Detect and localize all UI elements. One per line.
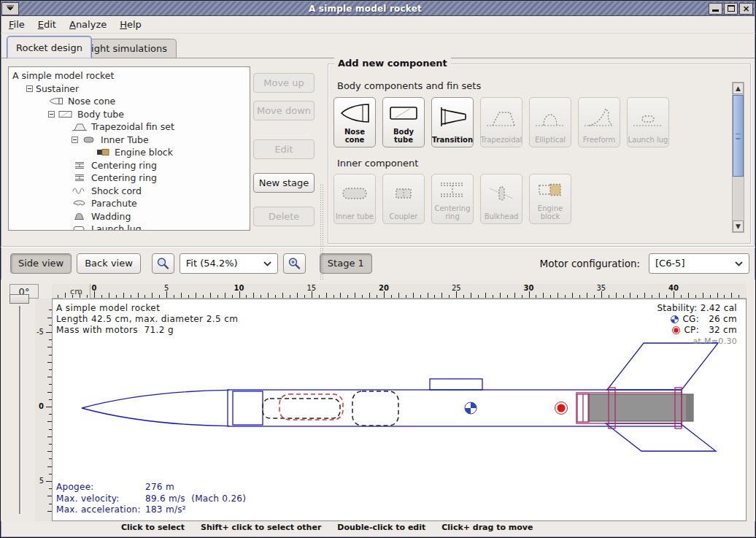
shock-cord-shape[interactable] (263, 399, 340, 418)
ruler-tick (441, 293, 442, 298)
parachute-shape[interactable] (279, 394, 343, 420)
wadding-shape[interactable] (352, 391, 398, 426)
component-button-label: Body tube (383, 128, 424, 144)
scroll-down-button[interactable]: ▼ (733, 220, 744, 232)
ruler-tick (116, 295, 117, 298)
title-bar[interactable]: A simple model rocket × (1, 1, 755, 16)
stage-1-toggle[interactable]: Stage 1 (320, 253, 372, 274)
innertube-icon (81, 135, 97, 145)
tree-item-inner-tube[interactable]: Inner Tube (9, 134, 250, 147)
rotation-slider-handle[interactable] (9, 294, 29, 304)
component-button-coupler: Coupler (382, 174, 425, 224)
nose-shoulder-shape[interactable] (233, 391, 263, 425)
zoom-value: Fit (54.2%) (186, 258, 238, 269)
scroll-up-button[interactable]: ▲ (733, 82, 744, 94)
flight-row: Max. acceleration:183 m/s² (56, 504, 246, 516)
magnifier-plus-icon (288, 257, 301, 270)
engine-block-shape[interactable] (577, 394, 589, 422)
component-button-label: Coupler (390, 212, 418, 220)
fin-bottom-shape[interactable] (606, 423, 716, 451)
ruler-tick (203, 295, 204, 298)
component-button-body-tube[interactable]: Body tube (382, 97, 425, 147)
move-down-button: Move down (253, 101, 315, 120)
side-view-button[interactable]: Side view (10, 253, 72, 274)
ruler-tick (630, 293, 630, 298)
ruler-tick (304, 295, 305, 298)
zoom-in-button[interactable] (283, 253, 306, 274)
nose-cone-shape[interactable] (82, 390, 229, 426)
trapezoidal-component-icon (481, 98, 522, 136)
ruler-tick (355, 293, 355, 298)
tree-item-sustainer[interactable]: Sustainer (9, 82, 250, 96)
ruler-tick (46, 481, 52, 482)
fin-top-shape[interactable] (607, 343, 718, 390)
tree-item-body-tube[interactable]: Body tube (9, 108, 250, 121)
component-tree[interactable]: A simple model rocket SustainerNose cone… (8, 66, 250, 231)
rotation-slider-track[interactable] (19, 306, 21, 514)
tree-expander[interactable] (48, 111, 55, 118)
tree-expander[interactable] (72, 137, 78, 143)
group-title: Add new component (334, 58, 451, 69)
launch-lug-shape[interactable] (430, 379, 482, 390)
ruler-label: 10 (230, 284, 249, 292)
close-icon: × (742, 4, 749, 14)
ruler-tick (181, 293, 182, 298)
tab-rocket-design[interactable]: Rocket design (7, 36, 92, 58)
tree-item-nose-cone[interactable]: Nose cone (9, 95, 250, 108)
rocket-dimensions: Length 42.5 cm, max. diameter 2.5 cm (56, 314, 238, 325)
ruler-tick (333, 295, 334, 298)
rocket-canvas[interactable]: A simple model rocket Length 42.5 cm, ma… (52, 299, 747, 521)
menu-file[interactable]: File (9, 19, 25, 30)
hint-click-to-select: Click to select (121, 523, 185, 532)
tree-item-centering-ring[interactable]: Centering ring (9, 172, 250, 185)
zoom-select[interactable]: Fit (54.2%) (180, 253, 278, 274)
body-components-label: Body components and fin sets (337, 80, 481, 91)
component-button-label: Nose cone (334, 128, 375, 144)
tree-expander[interactable] (26, 85, 33, 92)
maximize-button[interactable] (724, 3, 738, 15)
motor-shape[interactable] (588, 394, 693, 421)
tab-label: Flight simulations (83, 43, 167, 54)
ruler-tick (65, 293, 66, 298)
ruler-tick (738, 295, 739, 298)
ruler-tick (637, 295, 638, 298)
centeringring-icon (72, 173, 88, 182)
menu-help[interactable]: Help (120, 19, 142, 30)
ruler-tick (217, 295, 218, 298)
apogee-value: 276 m (145, 482, 174, 493)
minimize-button[interactable] (709, 3, 722, 15)
cp-label: CP: (684, 325, 699, 336)
tree-item-trapezoidal-fin-set[interactable]: Trapezoidal fin set (9, 120, 250, 134)
scrollbar-thumb[interactable] (733, 95, 744, 177)
engineblock-component-icon (530, 174, 571, 204)
component-button-nose-cone[interactable]: Nose cone (333, 97, 376, 147)
window-menu-button[interactable] (1, 2, 19, 15)
new-stage-button[interactable]: New stage (253, 173, 315, 193)
ruler-tick (80, 293, 80, 298)
back-view-button[interactable]: Back view (77, 253, 141, 274)
component-button-transition[interactable]: Transition (431, 97, 474, 147)
tree-item-parachute[interactable]: Parachute (9, 197, 250, 210)
tree-item-wadding[interactable]: Wadding (9, 210, 250, 223)
tree-item-label: Centering ring (91, 172, 157, 183)
component-scrollbar[interactable]: ▲ ▼ (732, 82, 744, 233)
zoom-out-button[interactable] (152, 253, 174, 274)
menu-edit[interactable]: Edit (38, 19, 56, 30)
ruler-label: 35 (592, 284, 611, 292)
tree-item-launch-lug[interactable]: Launch lug (9, 223, 250, 231)
close-button[interactable]: × (739, 3, 753, 15)
tree-item-shock-cord[interactable]: Shock cord (9, 185, 250, 198)
tree-root[interactable]: A simple model rocket (9, 69, 250, 82)
tree-item-engine-block[interactable]: Engine block (9, 146, 250, 159)
tree-item-label: Parachute (91, 198, 137, 209)
ruler-tick (543, 293, 544, 298)
ruler-label: -5 (36, 328, 44, 336)
tree-item-centering-ring[interactable]: Centering ring (9, 159, 250, 172)
splitter-handle[interactable] (320, 184, 323, 280)
motor-configuration-select[interactable]: [C6-5] (649, 253, 749, 274)
ruler-tick (138, 293, 139, 298)
max-velocity-label: Max. velocity: (56, 493, 145, 505)
menu-analyze[interactable]: Analyze (69, 19, 107, 30)
ruler-tick (659, 293, 660, 298)
flight-row: Apogee:276 m (56, 482, 246, 493)
